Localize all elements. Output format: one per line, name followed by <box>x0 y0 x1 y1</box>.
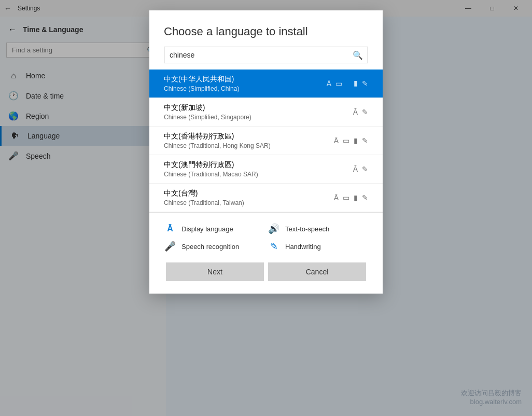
lang-name-traditional-taiwan: 中文(台灣) <box>164 189 244 198</box>
lang-info-traditional-taiwan: 中文(台灣) Chinese (Traditional, Taiwan) <box>164 189 244 206</box>
handwriting-icon: ✎ <box>268 241 280 252</box>
lang-item-simplified-china[interactable]: 中文(中华人民共和国) Chinese (Simplified, China) … <box>149 70 383 98</box>
feature-handwriting-label: Handwriting <box>285 243 321 251</box>
lang-subtitle-traditional-hk: Chinese (Traditional, Hong Kong SAR) <box>164 142 271 149</box>
ocr-icon-hk: ▭ <box>343 136 349 145</box>
lang-name-traditional-hk: 中文(香港特别行政區) <box>164 132 271 141</box>
lang-item-traditional-taiwan[interactable]: 中文(台灣) Chinese (Traditional, Taiwan) Ā … <box>149 184 383 212</box>
text-to-speech-icon: 🔊 <box>268 223 280 234</box>
modal-buttons: Next Cancel <box>149 262 383 294</box>
lang-name-simplified-singapore: 中文(新加坡) <box>164 103 251 113</box>
font-icon-hk: Ā <box>334 136 339 145</box>
lang-name-traditional-macao: 中文(澳門特别行政區) <box>164 160 258 170</box>
handwrite-icon-tw: ✎ <box>362 193 368 202</box>
lang-item-traditional-hk[interactable]: 中文(香港特别行政區) Chinese (Traditional, Hong K… <box>149 127 383 155</box>
modal-title: Choose a language to install <box>149 10 383 47</box>
handwrite-icon-sg: ✎ <box>362 108 368 116</box>
modal-search-input[interactable] <box>164 47 368 63</box>
modal-search-box: 🔍 <box>164 47 368 63</box>
lang-item-simplified-singapore[interactable]: 中文(新加坡) Chinese (Simplified, Singapore) … <box>149 98 383 127</box>
font-icon: Ā <box>327 79 331 88</box>
feature-display-language-label: Display language <box>181 225 233 233</box>
speech-icon: ▮ <box>346 79 358 88</box>
feature-text-to-speech: 🔊 Text-to-speech <box>268 223 351 234</box>
font-icon-macao: Ā <box>353 165 358 173</box>
lang-subtitle-simplified-china: Chinese (Simplified, China) <box>164 85 239 92</box>
modal-dialog: Choose a language to install 🔍 中文(中华人民共和… <box>149 10 383 294</box>
speech-icon-hk: ▮ <box>354 136 358 145</box>
lang-info-simplified-singapore: 中文(新加坡) Chinese (Simplified, Singapore) <box>164 103 251 121</box>
feature-display-language: Ā Display language <box>164 223 247 234</box>
display-language-icon: Ā <box>164 224 176 233</box>
font-icon-tw: Ā <box>334 193 339 202</box>
speech-icon-tw: ▮ <box>354 193 358 202</box>
speech-recognition-icon: 🎤 <box>164 241 176 252</box>
feature-speech-recognition: 🎤 Speech recognition <box>164 241 247 252</box>
lang-subtitle-traditional-macao: Chinese (Traditional, Macao SAR) <box>164 171 258 178</box>
modal-overlay: Choose a language to install 🔍 中文(中华人民共和… <box>0 0 532 416</box>
feature-legend: Ā Display language 🔊 Text-to-speech 🎤 S… <box>149 212 383 262</box>
modal-search-icon: 🔍 <box>353 50 363 60</box>
lang-info-traditional-macao: 中文(澳門特别行政區) Chinese (Traditional, Macao … <box>164 160 258 178</box>
ocr-icon: ▭ <box>335 79 342 88</box>
lang-info-traditional-hk: 中文(香港特别行政區) Chinese (Traditional, Hong K… <box>164 132 271 149</box>
lang-subtitle-traditional-taiwan: Chinese (Traditional, Taiwan) <box>164 199 244 206</box>
lang-subtitle-simplified-singapore: Chinese (Simplified, Singapore) <box>164 114 251 121</box>
language-list: 中文(中华人民共和国) Chinese (Simplified, China) … <box>149 70 383 212</box>
lang-icons-simplified-singapore: Ā ✎ <box>353 108 368 116</box>
lang-icons-traditional-taiwan: Ā ▭ ▮ ✎ <box>334 193 368 202</box>
lang-icons-traditional-macao: Ā ✎ <box>353 165 368 173</box>
lang-icons-simplified-china: Ā ▭ ▮ ✎ <box>327 79 368 88</box>
next-button[interactable]: Next <box>166 262 264 281</box>
feature-speech-recognition-label: Speech recognition <box>181 243 239 251</box>
handwrite-icon: ✎ <box>362 79 368 88</box>
lang-info-simplified-china: 中文(中华人民共和国) Chinese (Simplified, China) <box>164 75 239 92</box>
handwrite-icon-macao: ✎ <box>362 165 368 173</box>
feature-text-to-speech-label: Text-to-speech <box>285 225 329 233</box>
ocr-icon-tw: ▭ <box>343 193 349 202</box>
cancel-button[interactable]: Cancel <box>268 262 366 281</box>
lang-name-simplified-china: 中文(中华人民共和国) <box>164 75 239 84</box>
lang-item-traditional-macao[interactable]: 中文(澳門特别行政區) Chinese (Traditional, Macao … <box>149 155 383 184</box>
handwrite-icon-hk: ✎ <box>362 136 368 145</box>
lang-icons-traditional-hk: Ā ▭ ▮ ✎ <box>334 136 368 145</box>
feature-handwriting: ✎ Handwriting <box>268 241 351 252</box>
font-icon-sg: Ā <box>353 108 358 116</box>
